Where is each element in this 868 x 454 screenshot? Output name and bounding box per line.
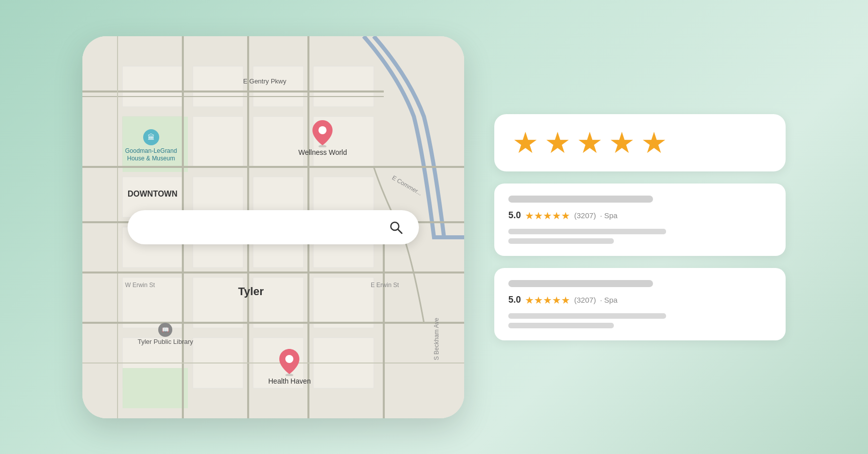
road-label-s-beckham: S Beckham Ave — [433, 318, 440, 360]
star-4: ★ — [609, 128, 635, 157]
result-title-bar-2 — [508, 280, 653, 287]
road-label-w-erwin: W Erwin St — [125, 282, 155, 289]
wellness-world-pin: Wellness World — [298, 119, 347, 156]
svg-rect-2 — [123, 66, 183, 107]
rating-type-2: · Spa — [600, 296, 617, 304]
svg-rect-15 — [253, 117, 303, 167]
stars-small-2: ★★★★★ — [525, 294, 570, 306]
map-card: E Gentry Pkwy E Commer... W Erwin St E E… — [82, 36, 464, 418]
result-rating-row-1: 5.0 ★★★★★ (3207) · Spa — [508, 210, 772, 222]
stars-card: ★ ★ ★ ★ ★ — [494, 114, 786, 171]
result-desc-bar-1a — [508, 229, 666, 234]
rating-num-1: 5.0 — [508, 210, 521, 221]
svg-rect-11 — [193, 278, 243, 328]
right-panel: ★ ★ ★ ★ ★ 5.0 ★★★★★ (3207) · Spa 5.0 ★★★… — [494, 114, 786, 340]
map-background: E Gentry Pkwy E Commer... W Erwin St E E… — [82, 36, 464, 418]
result-desc-bar-1b — [508, 238, 614, 244]
downtown-label: DOWNTOWN — [128, 190, 177, 199]
result-title-bar-1 — [508, 196, 653, 203]
health-haven-label: Health Haven — [268, 377, 311, 385]
goodman-label: Goodman-LeGrand House & Museum — [125, 147, 177, 163]
result-card-1: 5.0 ★★★★★ (3207) · Spa — [494, 184, 786, 256]
tyler-label: Tyler — [238, 285, 264, 298]
star-3: ★ — [577, 128, 603, 157]
result-desc-bar-2a — [508, 313, 666, 319]
road-label-e-erwin: E Erwin St — [371, 282, 399, 289]
health-haven-pin-icon — [278, 348, 300, 376]
search-icon — [387, 218, 405, 236]
svg-rect-27 — [123, 368, 188, 408]
svg-rect-14 — [253, 66, 303, 107]
museum-icon: 🏛 — [143, 129, 159, 145]
result-card-2: 5.0 ★★★★★ (3207) · Spa — [494, 268, 786, 340]
goodman-poi: 🏛 Goodman-LeGrand House & Museum — [125, 129, 177, 163]
library-icon: 📖 — [158, 323, 172, 337]
road-label-gentry: E Gentry Pkwy — [243, 77, 286, 85]
svg-line-45 — [398, 229, 402, 233]
wellness-world-label: Wellness World — [298, 148, 347, 156]
health-haven-pin: Health Haven — [268, 348, 311, 385]
rating-num-2: 5.0 — [508, 295, 521, 305]
rating-type-1: · Spa — [600, 211, 617, 220]
result-rating-row-2: 5.0 ★★★★★ (3207) · Spa — [508, 294, 772, 306]
stars-small-1: ★★★★★ — [525, 210, 570, 222]
library-poi: 📖 Tyler Public Library — [138, 323, 193, 345]
star-1: ★ — [512, 128, 538, 157]
star-5: ★ — [641, 128, 667, 157]
svg-rect-24 — [313, 278, 374, 328]
rating-count-2: (3207) — [574, 296, 596, 304]
wellness-world-pin-icon — [311, 119, 334, 147]
main-container: E Gentry Pkwy E Commer... W Erwin St E E… — [82, 36, 786, 418]
star-2: ★ — [545, 128, 571, 157]
svg-rect-3 — [193, 66, 243, 107]
svg-rect-20 — [313, 66, 374, 107]
svg-point-41 — [318, 126, 327, 134]
search-bar[interactable] — [128, 210, 419, 244]
svg-point-43 — [285, 355, 293, 363]
svg-rect-5 — [193, 117, 243, 167]
rating-count-1: (3207) — [574, 211, 596, 220]
result-desc-bar-2b — [508, 323, 614, 328]
library-label: Tyler Public Library — [138, 338, 193, 345]
